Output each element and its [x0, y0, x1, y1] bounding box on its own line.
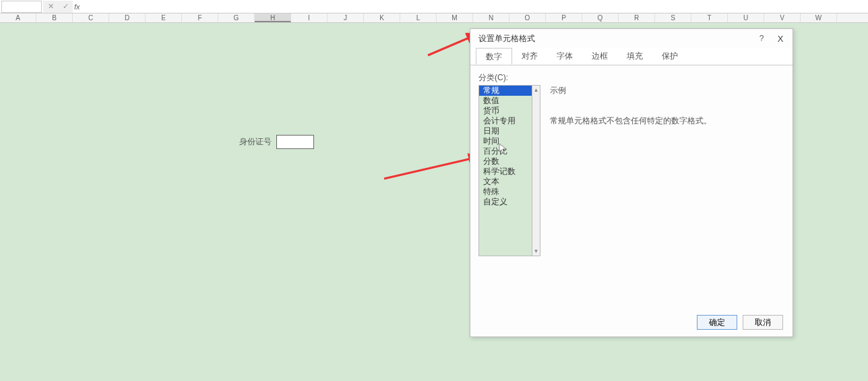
col-header[interactable]: B — [36, 13, 73, 22]
category-item[interactable]: 数值 — [479, 96, 532, 106]
category-item[interactable]: 特殊 — [479, 187, 532, 197]
format-cells-dialog: 设置单元格格式 ? X 数字 对齐 字体 边框 填充 保护 分类(C): 常规 … — [470, 28, 793, 337]
cell-label: 身份证号 — [239, 136, 272, 148]
col-header[interactable]: L — [400, 13, 437, 22]
category-item[interactable]: 货币 — [479, 106, 532, 116]
dialog-tabs: 数字 对齐 字体 边框 填充 保护 — [470, 48, 793, 65]
col-header[interactable]: E — [146, 13, 182, 22]
help-icon[interactable]: ? — [752, 34, 771, 43]
dialog-title: 设置单元格格式 — [478, 33, 752, 45]
dialog-footer: 确定 取消 — [697, 315, 783, 330]
column-headers: A B C D E F G H I J K L M N O P Q R S T … — [0, 13, 868, 23]
dialog-body: 分类(C): 常规 数值 货币 会计专用 日期 时间 百分比 分数 科学记数 文… — [470, 65, 793, 336]
formula-input[interactable] — [83, 1, 868, 13]
category-item[interactable]: 自定义 — [479, 197, 532, 207]
category-item[interactable]: 会计专用 — [479, 116, 532, 126]
category-item[interactable]: 常规 — [479, 86, 532, 96]
cursor-icon — [499, 143, 508, 155]
confirm-formula-button[interactable]: ✓ — [58, 1, 73, 13]
col-header[interactable]: C — [73, 13, 109, 22]
fx-icon[interactable]: fx — [74, 3, 80, 11]
col-header[interactable]: S — [655, 13, 691, 22]
col-header[interactable]: J — [328, 13, 364, 22]
col-header[interactable]: R — [619, 13, 655, 22]
col-header[interactable]: A — [0, 13, 36, 22]
scrollbar[interactable]: ▲ ▼ — [532, 85, 540, 256]
sample-pane: 示例 常规单元格格式不包含任何特定的数字格式。 — [546, 85, 784, 256]
tab-protection[interactable]: 保护 — [652, 48, 687, 65]
col-header[interactable]: Q — [582, 13, 619, 22]
category-list[interactable]: 常规 数值 货币 会计专用 日期 时间 百分比 分数 科学记数 文本 特殊 自定… — [478, 85, 532, 256]
col-header[interactable]: K — [364, 13, 400, 22]
category-item[interactable]: 科学记数 — [479, 167, 532, 177]
scroll-down-icon[interactable]: ▼ — [534, 248, 539, 254]
selected-cell[interactable] — [276, 135, 314, 149]
tab-border[interactable]: 边框 — [582, 48, 617, 65]
col-header[interactable]: G — [218, 13, 255, 22]
close-icon[interactable]: X — [771, 34, 790, 44]
col-header[interactable]: D — [109, 13, 146, 22]
category-item[interactable]: 日期 — [479, 126, 532, 136]
ok-button[interactable]: 确定 — [697, 315, 737, 330]
category-item[interactable]: 文本 — [479, 177, 532, 187]
tab-font[interactable]: 字体 — [547, 48, 582, 65]
category-item[interactable]: 分数 — [479, 156, 532, 167]
col-header[interactable]: U — [728, 13, 764, 22]
col-header[interactable]: M — [437, 13, 473, 22]
tab-number[interactable]: 数字 — [476, 48, 512, 65]
col-header[interactable]: F — [182, 13, 218, 22]
col-header[interactable]: N — [473, 13, 509, 22]
col-header-active[interactable]: H — [255, 13, 291, 22]
scroll-up-icon[interactable]: ▲ — [534, 87, 539, 93]
category-description: 常规单元格格式不包含任何特定的数字格式。 — [550, 115, 784, 127]
dialog-titlebar[interactable]: 设置单元格格式 ? X — [470, 29, 793, 48]
col-header[interactable]: T — [691, 13, 728, 22]
formula-bar: ✕ ✓ fx — [0, 0, 868, 13]
col-header[interactable]: I — [291, 13, 328, 22]
category-label: 分类(C): — [478, 72, 784, 84]
name-box[interactable] — [1, 1, 42, 13]
col-header[interactable]: W — [801, 13, 837, 22]
col-header[interactable]: P — [546, 13, 582, 22]
sample-label: 示例 — [550, 85, 784, 96]
tab-alignment[interactable]: 对齐 — [512, 48, 547, 65]
tab-fill[interactable]: 填充 — [617, 48, 652, 65]
col-header[interactable]: V — [764, 13, 801, 22]
col-header[interactable]: O — [509, 13, 546, 22]
svg-line-1 — [384, 156, 480, 179]
cancel-formula-button[interactable]: ✕ — [43, 1, 58, 13]
cancel-button[interactable]: 取消 — [743, 315, 783, 330]
